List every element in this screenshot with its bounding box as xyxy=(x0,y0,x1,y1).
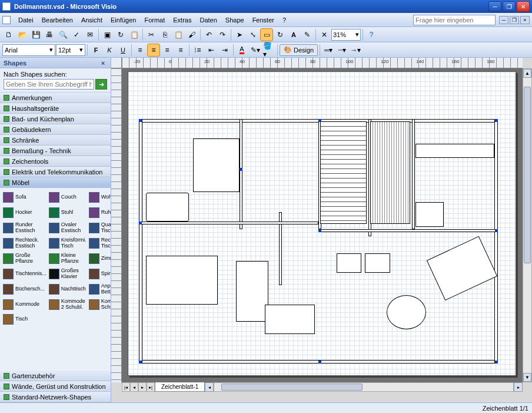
cut-button[interactable]: ✂ xyxy=(145,28,158,41)
shape-rechteck-tisch[interactable]: Rechteck. Tisch xyxy=(88,236,111,250)
line-ends-button[interactable]: →▾ xyxy=(349,44,362,57)
shape-spinettkl-[interactable]: Spinettkl... xyxy=(88,267,111,281)
bullets-button[interactable]: ⁝≡ xyxy=(191,44,204,57)
shape-zimmerpfl-[interactable]: Zimmerpfl... xyxy=(88,252,111,266)
undo-button[interactable]: ↶ xyxy=(202,28,215,41)
decrease-indent-button[interactable]: ⇤ xyxy=(205,44,218,57)
shape-runder-esstisch[interactable]: Runder Esstisch xyxy=(2,221,47,235)
menu-bearbeiten[interactable]: Bearbeiten xyxy=(38,15,77,25)
print-button[interactable]: 🖶 xyxy=(43,28,56,41)
vscroll-thumb[interactable] xyxy=(524,87,531,263)
help-button[interactable]: ? xyxy=(365,28,378,41)
line-weight-button[interactable]: ═▾ xyxy=(322,44,335,57)
menu-daten[interactable]: Daten xyxy=(195,15,221,25)
shape-nachttisch[interactable]: Nachttisch xyxy=(48,282,87,296)
shapes-button[interactable]: ▣ xyxy=(101,28,114,41)
vertical-scrollbar[interactable]: ▲ ▼ xyxy=(523,68,532,382)
paste-button[interactable]: 📋 xyxy=(172,28,185,41)
mdi-restore[interactable]: ❐ xyxy=(510,16,519,24)
line-color-button[interactable]: ✎▾ xyxy=(249,44,262,57)
menu-shape[interactable]: Shape xyxy=(221,15,248,25)
rectangle-tool[interactable]: ▭ xyxy=(260,28,273,41)
scroll-left-button[interactable]: ◂ xyxy=(205,382,214,392)
shape-b-chersch-[interactable]: Büchersch... xyxy=(2,282,47,296)
mdi-minimize[interactable]: ─ xyxy=(499,16,508,24)
hscroll-track[interactable] xyxy=(214,382,514,392)
design-button[interactable]: 🎨Design xyxy=(280,44,318,56)
drawing-viewport[interactable] xyxy=(122,68,523,382)
shape-rechteck-esstisch[interactable]: Rechteck. Esstisch xyxy=(2,236,47,250)
stencil-zeichentools[interactable]: Zeichentools xyxy=(0,156,111,167)
stencil-bema-ung-technik[interactable]: Bemaßung - Technik xyxy=(0,146,111,156)
shape-kommode[interactable]: Kommode xyxy=(2,298,47,312)
menu-datei[interactable]: Datei xyxy=(14,15,38,25)
align-justify-button[interactable]: ≡ xyxy=(174,44,187,57)
redo-button[interactable]: ↷ xyxy=(216,28,229,41)
menu-help[interactable]: ? xyxy=(278,15,290,25)
shape-kommode-2-schubl-[interactable]: Kommode 2 Schubl. xyxy=(48,298,87,312)
stencil-geb-udekern[interactable]: Gebäudekern xyxy=(0,124,111,135)
refresh-button[interactable]: ↻ xyxy=(114,28,127,41)
shape-sofa[interactable]: Sofa xyxy=(2,190,47,204)
font-name-combo[interactable]: Arial▾ xyxy=(2,44,55,56)
italic-button[interactable]: K xyxy=(103,44,116,57)
drawing-page[interactable] xyxy=(128,71,516,376)
tab-last[interactable]: ▸| xyxy=(147,382,155,392)
email-button[interactable]: ✉ xyxy=(84,28,97,41)
bold-button[interactable]: F xyxy=(89,44,102,57)
shape-kreisf-rmi-tisch[interactable]: Kreisförmi. Tisch xyxy=(48,236,87,250)
line-pattern-button[interactable]: ┄▾ xyxy=(335,44,348,57)
stencil-elektrik-und-telekommunikation[interactable]: Elektrik und Telekommunikation xyxy=(0,167,111,177)
close-button[interactable]: ✕ xyxy=(517,1,530,12)
menu-extras[interactable]: Extras xyxy=(169,15,195,25)
stencil-w-nde-ger-st-und-konstruktion[interactable]: Wände, Gerüst und Konstruktion xyxy=(0,381,111,392)
shape-hocker[interactable]: Hocker xyxy=(2,206,47,220)
format-painter-button[interactable]: 🖌 xyxy=(185,28,198,41)
shape-ovaler-esstisch[interactable]: Ovaler Esstisch xyxy=(48,221,87,235)
shape-tisch[interactable]: Tisch xyxy=(2,313,111,326)
shape-quadratis-tisch[interactable]: Quadratis. Tisch xyxy=(88,221,111,235)
shape-kleine-pflanze[interactable]: Kleine Pflanze xyxy=(48,252,87,266)
copy-button[interactable]: ⎘ xyxy=(158,28,171,41)
hscroll-thumb[interactable] xyxy=(221,384,363,391)
open-button[interactable]: 📂 xyxy=(16,28,29,41)
text-tool[interactable]: A xyxy=(287,28,300,41)
stencil-standard-netzwerk-shapes[interactable]: Standard-Netzwerk-Shapes xyxy=(0,392,111,402)
scroll-up-button[interactable]: ▲ xyxy=(523,69,531,78)
vertical-ruler[interactable] xyxy=(111,68,122,382)
shapes-search-input[interactable] xyxy=(4,79,94,90)
page-tab-1[interactable]: Zeichenblatt-1 xyxy=(155,382,205,392)
rotate-tool[interactable]: ↻ xyxy=(274,28,287,41)
font-size-combo[interactable]: 12pt▾ xyxy=(56,44,85,56)
print-preview-button[interactable]: 🔍 xyxy=(56,28,69,41)
align-center-button[interactable]: ≡ xyxy=(147,44,160,57)
ink-tool[interactable]: ✎ xyxy=(301,28,314,41)
shapes-close-icon[interactable]: × xyxy=(99,60,107,67)
shape-tischtennis-[interactable]: Tischtennis... xyxy=(2,267,47,281)
pointer-tool[interactable]: ➤ xyxy=(233,28,246,41)
tab-next[interactable]: ▸ xyxy=(138,382,147,392)
menu-fenster[interactable]: Fenster xyxy=(248,15,278,25)
document-icon[interactable] xyxy=(2,16,11,24)
spelling-button[interactable]: ✓ xyxy=(70,28,83,41)
increase-indent-button[interactable]: ⇥ xyxy=(218,44,231,57)
maximize-button[interactable]: ❐ xyxy=(503,1,516,12)
fill-color-button[interactable]: 🪣▾ xyxy=(262,44,275,57)
underline-button[interactable]: U xyxy=(117,44,129,57)
shape-ruhesessel[interactable]: Ruhesessel xyxy=(88,206,111,220)
research-button[interactable]: 📋 xyxy=(128,28,141,41)
menu-ansicht[interactable]: Ansicht xyxy=(77,15,107,25)
floor-plan[interactable] xyxy=(139,119,498,364)
connection-point-tool[interactable]: ✕ xyxy=(318,28,331,41)
menu-einfuegen[interactable]: Einfügen xyxy=(107,15,140,25)
stencil-schr-nke[interactable]: Schränke xyxy=(0,135,111,146)
stencil-haushaltsger-te[interactable]: Haushaltsgeräte xyxy=(0,103,111,114)
save-button[interactable]: 💾 xyxy=(29,28,42,41)
stencil-anmerkungen[interactable]: Anmerkungen xyxy=(0,92,111,103)
tab-first[interactable]: |◂ xyxy=(122,382,130,392)
shapes-search-go[interactable]: ➜ xyxy=(95,79,107,90)
scroll-down-button[interactable]: ▼ xyxy=(523,373,531,382)
shape-stuhl[interactable]: Stuhl xyxy=(48,206,87,220)
mdi-close[interactable]: × xyxy=(520,16,530,24)
shape-couch[interactable]: Couch xyxy=(48,190,87,204)
